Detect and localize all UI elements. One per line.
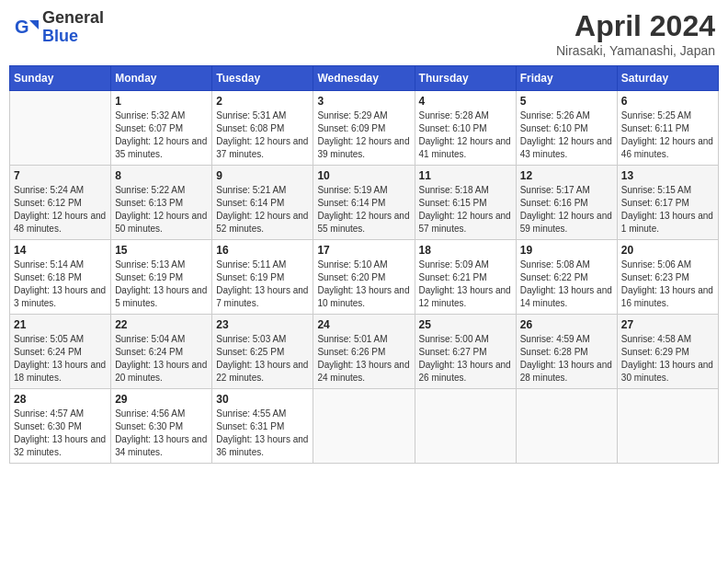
logo: G General Blue [13, 9, 104, 46]
calendar-cell: 1Sunrise: 5:32 AMSunset: 6:07 PMDaylight… [111, 91, 212, 166]
weekday-header: Sunday [10, 66, 111, 91]
calendar-cell: 26Sunrise: 4:59 AMSunset: 6:28 PMDayligh… [516, 315, 617, 389]
day-info: Sunrise: 5:14 AMSunset: 6:18 PMDaylight:… [14, 259, 107, 310]
day-info: Sunrise: 5:24 AMSunset: 6:12 PMDaylight:… [14, 184, 107, 236]
day-info: Sunrise: 5:18 AMSunset: 6:15 PMDaylight:… [419, 184, 512, 236]
day-info: Sunrise: 4:55 AMSunset: 6:31 PMDaylight:… [216, 408, 309, 459]
day-info: Sunrise: 5:19 AMSunset: 6:14 PMDaylight:… [317, 184, 410, 236]
day-info: Sunrise: 5:13 AMSunset: 6:19 PMDaylight:… [115, 259, 208, 310]
calendar-cell: 18Sunrise: 5:09 AMSunset: 6:21 PMDayligh… [415, 240, 516, 315]
day-number: 17 [317, 244, 410, 257]
calendar-cell: 14Sunrise: 5:14 AMSunset: 6:18 PMDayligh… [10, 240, 111, 315]
day-info: Sunrise: 4:57 AMSunset: 6:30 PMDaylight:… [14, 408, 107, 459]
day-number: 24 [317, 318, 410, 331]
calendar-cell: 2Sunrise: 5:31 AMSunset: 6:08 PMDaylight… [212, 91, 313, 166]
calendar-table: SundayMondayTuesdayWednesdayThursdayFrid… [9, 65, 719, 464]
day-info: Sunrise: 5:00 AMSunset: 6:27 PMDaylight:… [419, 333, 512, 385]
day-number: 20 [621, 244, 714, 257]
day-info: Sunrise: 5:31 AMSunset: 6:08 PMDaylight:… [216, 109, 309, 161]
day-number: 14 [14, 244, 107, 257]
day-info: Sunrise: 5:15 AMSunset: 6:17 PMDaylight:… [621, 184, 714, 236]
day-number: 22 [115, 318, 208, 331]
day-number: 2 [216, 95, 309, 108]
calendar-week-row: 7Sunrise: 5:24 AMSunset: 6:12 PMDaylight… [10, 166, 719, 240]
calendar-cell: 23Sunrise: 5:03 AMSunset: 6:25 PMDayligh… [212, 315, 313, 389]
calendar-cell [516, 389, 617, 464]
calendar-cell: 22Sunrise: 5:04 AMSunset: 6:24 PMDayligh… [111, 315, 212, 389]
day-info: Sunrise: 5:25 AMSunset: 6:11 PMDaylight:… [621, 109, 714, 161]
day-number: 6 [621, 95, 714, 108]
day-number: 8 [115, 169, 208, 182]
calendar-week-row: 28Sunrise: 4:57 AMSunset: 6:30 PMDayligh… [10, 389, 719, 464]
weekday-header: Thursday [415, 66, 516, 91]
day-number: 23 [216, 318, 309, 331]
logo-general-text: General [42, 8, 104, 27]
day-info: Sunrise: 5:01 AMSunset: 6:26 PMDaylight:… [317, 333, 410, 385]
calendar-cell: 4Sunrise: 5:28 AMSunset: 6:10 PMDaylight… [415, 91, 516, 166]
day-info: Sunrise: 5:08 AMSunset: 6:22 PMDaylight:… [520, 259, 613, 310]
weekday-header: Monday [111, 66, 212, 91]
day-info: Sunrise: 5:06 AMSunset: 6:23 PMDaylight:… [621, 259, 714, 310]
day-info: Sunrise: 5:26 AMSunset: 6:10 PMDaylight:… [520, 109, 613, 161]
day-number: 27 [621, 318, 714, 331]
day-info: Sunrise: 5:29 AMSunset: 6:09 PMDaylight:… [317, 109, 410, 161]
weekday-header: Wednesday [313, 66, 415, 91]
calendar-cell: 15Sunrise: 5:13 AMSunset: 6:19 PMDayligh… [111, 240, 212, 315]
calendar-cell [617, 389, 718, 464]
calendar-cell: 17Sunrise: 5:10 AMSunset: 6:20 PMDayligh… [313, 240, 415, 315]
calendar-cell: 21Sunrise: 5:05 AMSunset: 6:24 PMDayligh… [10, 315, 111, 389]
location: Nirasaki, Yamanashi, Japan [556, 43, 715, 58]
calendar-cell: 8Sunrise: 5:22 AMSunset: 6:13 PMDaylight… [111, 166, 212, 240]
day-number: 1 [115, 95, 208, 108]
header: G General Blue April 2024 Nirasaki, Yama… [9, 9, 719, 58]
calendar-cell: 7Sunrise: 5:24 AMSunset: 6:12 PMDaylight… [10, 166, 111, 240]
day-info: Sunrise: 5:32 AMSunset: 6:07 PMDaylight:… [115, 109, 208, 161]
calendar-cell: 13Sunrise: 5:15 AMSunset: 6:17 PMDayligh… [617, 166, 718, 240]
day-info: Sunrise: 5:17 AMSunset: 6:16 PMDaylight:… [520, 184, 613, 236]
day-number: 13 [621, 169, 714, 182]
day-info: Sunrise: 5:10 AMSunset: 6:20 PMDaylight:… [317, 259, 410, 310]
day-info: Sunrise: 5:28 AMSunset: 6:10 PMDaylight:… [419, 109, 512, 161]
day-info: Sunrise: 5:03 AMSunset: 6:25 PMDaylight:… [216, 333, 309, 385]
weekday-header: Friday [516, 66, 617, 91]
day-number: 15 [115, 244, 208, 257]
day-number: 18 [419, 244, 512, 257]
day-number: 9 [216, 169, 309, 182]
calendar-cell: 28Sunrise: 4:57 AMSunset: 6:30 PMDayligh… [10, 389, 111, 464]
day-info: Sunrise: 5:22 AMSunset: 6:13 PMDaylight:… [115, 184, 208, 236]
calendar-cell: 19Sunrise: 5:08 AMSunset: 6:22 PMDayligh… [516, 240, 617, 315]
calendar-week-row: 21Sunrise: 5:05 AMSunset: 6:24 PMDayligh… [10, 315, 719, 389]
calendar-cell: 29Sunrise: 4:56 AMSunset: 6:30 PMDayligh… [111, 389, 212, 464]
calendar-cell [415, 389, 516, 464]
day-info: Sunrise: 5:21 AMSunset: 6:14 PMDaylight:… [216, 184, 309, 236]
day-info: Sunrise: 4:58 AMSunset: 6:29 PMDaylight:… [621, 333, 714, 385]
day-info: Sunrise: 5:05 AMSunset: 6:24 PMDaylight:… [14, 333, 107, 385]
calendar-cell: 24Sunrise: 5:01 AMSunset: 6:26 PMDayligh… [313, 315, 415, 389]
day-number: 28 [14, 393, 107, 406]
day-info: Sunrise: 5:11 AMSunset: 6:19 PMDaylight:… [216, 259, 309, 310]
day-number: 26 [520, 318, 613, 331]
calendar-cell: 20Sunrise: 5:06 AMSunset: 6:23 PMDayligh… [617, 240, 718, 315]
calendar-cell: 5Sunrise: 5:26 AMSunset: 6:10 PMDaylight… [516, 91, 617, 166]
calendar-cell: 6Sunrise: 5:25 AMSunset: 6:11 PMDaylight… [617, 91, 718, 166]
logo-icon: G [13, 15, 39, 40]
day-number: 29 [115, 393, 208, 406]
logo-blue-text: Blue [42, 27, 78, 45]
calendar-cell: 25Sunrise: 5:00 AMSunset: 6:27 PMDayligh… [415, 315, 516, 389]
calendar-week-row: 1Sunrise: 5:32 AMSunset: 6:07 PMDaylight… [10, 91, 719, 166]
day-number: 11 [419, 169, 512, 182]
day-info: Sunrise: 4:56 AMSunset: 6:30 PMDaylight:… [115, 408, 208, 459]
weekday-header: Tuesday [212, 66, 313, 91]
day-number: 3 [317, 95, 410, 108]
weekday-header: Saturday [617, 66, 718, 91]
calendar-cell [313, 389, 415, 464]
day-number: 10 [317, 169, 410, 182]
title-area: April 2024 Nirasaki, Yamanashi, Japan [556, 9, 715, 58]
day-number: 16 [216, 244, 309, 257]
svg-marker-1 [29, 20, 39, 29]
calendar-week-row: 14Sunrise: 5:14 AMSunset: 6:18 PMDayligh… [10, 240, 719, 315]
day-number: 5 [520, 95, 613, 108]
calendar-cell: 10Sunrise: 5:19 AMSunset: 6:14 PMDayligh… [313, 166, 415, 240]
calendar-cell: 9Sunrise: 5:21 AMSunset: 6:14 PMDaylight… [212, 166, 313, 240]
calendar-cell: 12Sunrise: 5:17 AMSunset: 6:16 PMDayligh… [516, 166, 617, 240]
